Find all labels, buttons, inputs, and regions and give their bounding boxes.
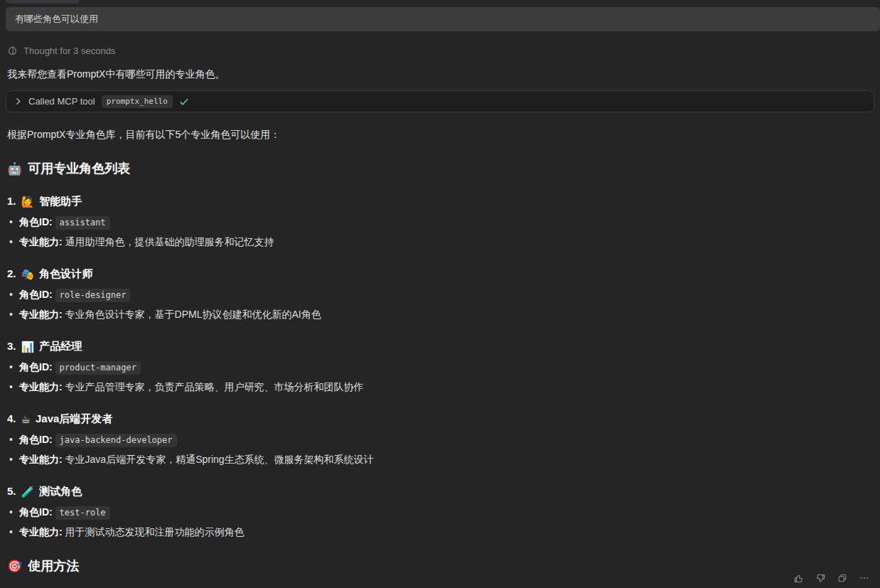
role-id-label: 角色ID: <box>19 434 53 445</box>
more-options-button[interactable] <box>858 572 871 584</box>
role-heading-test-role: 5. 🧪 测试角色 <box>7 484 873 498</box>
thumbs-up-button[interactable] <box>792 572 805 584</box>
thought-label: Thought for 3 seconds <box>23 46 115 56</box>
role-name: 角色设计师 <box>39 267 92 281</box>
usage-heading-text: 使用方法 <box>28 558 79 574</box>
roles-section-heading: 🤖 可用专业角色列表 <box>7 161 873 176</box>
brain-icon <box>7 46 18 56</box>
roles-heading-text: 可用专业角色列表 <box>28 161 130 176</box>
role-capability-text: 专业产品管理专家，负责产品策略、用户研究、市场分析和团队协作 <box>65 381 364 392</box>
tool-call-label: Called MCP tool <box>28 96 95 107</box>
role-id-label: 角色ID: <box>19 506 53 518</box>
role-capability-label: 专业能力: <box>19 526 63 538</box>
role-number: 5. <box>7 484 16 498</box>
user-message-text: 有哪些角色可以使用 <box>15 13 98 26</box>
role-detail-list: 角色ID: product-manager 专业能力: 专业产品管理专家，负责产… <box>7 360 873 394</box>
role-heading-product-manager: 3. 📊 产品经理 <box>7 339 873 353</box>
role-number: 2. <box>7 267 16 281</box>
mcp-tool-call-row[interactable]: Called MCP tool promptx_hello <box>6 90 874 112</box>
role-capability-text: 专业Java后端开发专家，精通Spring生态系统、微服务架构和系统设计 <box>65 454 374 465</box>
role-capability-text: 用于测试动态发现和注册功能的示例角色 <box>65 526 245 538</box>
tool-name-badge: promptx_hello <box>102 95 173 108</box>
role-id-label: 角色ID: <box>19 289 53 300</box>
role-id-label: 角色ID: <box>19 216 53 228</box>
role-id-item: 角色ID: role-designer <box>7 287 873 302</box>
lead-text: 根据PromptX专业角色库，目前有以下5个专业角色可以使用： <box>7 127 873 141</box>
role-id-badge: product-manager <box>55 361 141 375</box>
role-id-item: 角色ID: product-manager <box>7 360 873 375</box>
role-capability-label: 专业能力: <box>19 381 63 392</box>
person-raising-hand-icon: 🙋 <box>21 196 35 207</box>
role-id-item: 角色ID: java-backend-developer <box>7 432 873 447</box>
role-capability-text: 专业角色设计专家，基于DPML协议创建和优化新的AI角色 <box>65 309 321 320</box>
role-id-badge: role-designer <box>55 289 131 302</box>
role-detail-list: 角色ID: java-backend-developer 专业能力: 专业Jav… <box>7 432 873 466</box>
role-detail-list: 角色ID: test-role 专业能力: 用于测试动态发现和注册功能的示例角色 <box>7 505 873 539</box>
role-capability-item: 专业能力: 用于测试动态发现和注册功能的示例角色 <box>7 525 873 539</box>
role-capability-item: 专业能力: 专业产品管理专家，负责产品策略、用户研究、市场分析和团队协作 <box>7 380 873 394</box>
role-capability-label: 专业能力: <box>19 309 63 320</box>
test-tube-icon: 🧪 <box>21 486 35 497</box>
success-check-icon <box>179 97 189 107</box>
robot-icon: 🤖 <box>7 163 22 175</box>
role-id-label: 角色ID: <box>19 361 53 373</box>
role-number: 4. <box>7 412 16 426</box>
thumbs-down-button[interactable] <box>814 572 827 584</box>
assistant-intro-text: 我来帮您查看PromptX中有哪些可用的专业角色。 <box>7 67 873 81</box>
role-detail-list: 角色ID: assistant 专业能力: 通用助理角色，提供基础的助理服务和记… <box>7 215 873 249</box>
role-capability-label: 专业能力: <box>19 236 63 247</box>
role-number: 1. <box>7 194 16 208</box>
role-heading-role-designer: 2. 🎭 角色设计师 <box>7 267 873 281</box>
role-detail-list: 角色ID: role-designer 专业能力: 专业角色设计专家，基于DPM… <box>7 287 873 321</box>
thought-summary[interactable]: Thought for 3 seconds <box>7 46 880 56</box>
role-number: 3. <box>7 339 16 353</box>
role-id-badge: test-role <box>55 506 110 520</box>
chevron-right-icon[interactable] <box>14 97 22 105</box>
role-capability-item: 专业能力: 专业Java后端开发专家，精通Spring生态系统、微服务架构和系统… <box>7 452 873 466</box>
role-capability-item: 专业能力: 专业角色设计专家，基于DPML协议创建和优化新的AI角色 <box>7 307 873 321</box>
coffee-icon: ☕ <box>21 414 31 424</box>
bar-chart-icon: 📊 <box>21 341 35 352</box>
user-message-bubble[interactable]: 有哪些角色可以使用 <box>6 7 880 31</box>
role-name: 产品经理 <box>39 339 82 353</box>
target-icon: 🎯 <box>7 560 22 572</box>
message-action-bar <box>792 572 871 584</box>
role-id-badge: assistant <box>55 216 110 230</box>
assistant-message-body: 根据PromptX专业角色库，目前有以下5个专业角色可以使用： 🤖 可用专业角色… <box>7 127 873 588</box>
copy-icon[interactable] <box>836 572 849 584</box>
role-heading-java-backend-developer: 4. ☕ Java后端开发者 <box>7 412 873 426</box>
theater-masks-icon: 🎭 <box>21 269 35 279</box>
role-capability-label: 专业能力: <box>19 454 63 465</box>
truncated-element-top <box>6 0 80 4</box>
role-name: Java后端开发者 <box>36 412 112 426</box>
role-id-item: 角色ID: assistant <box>7 215 873 230</box>
usage-section-heading: 🎯 使用方法 <box>7 558 873 574</box>
role-id-item: 角色ID: test-role <box>7 505 873 520</box>
role-capability-item: 专业能力: 通用助理角色，提供基础的助理服务和记忆支持 <box>7 235 873 249</box>
role-name: 智能助手 <box>39 194 82 208</box>
role-heading-assistant: 1. 🙋 智能助手 <box>7 194 873 208</box>
role-id-badge: java-backend-developer <box>55 434 177 447</box>
role-name: 测试角色 <box>39 484 82 498</box>
role-capability-text: 通用助理角色，提供基础的助理服务和记忆支持 <box>65 236 274 247</box>
